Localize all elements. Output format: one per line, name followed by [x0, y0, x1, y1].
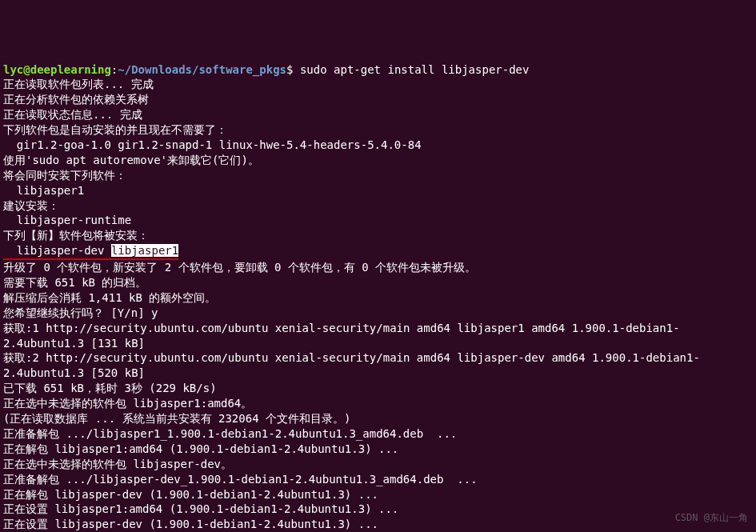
prompt-line: lyc@deeplearning:~/Downloads/software_pk… — [3, 62, 753, 78]
output-line: 正准备解包 .../libjasper1_1.900.1-debian1-2.4… — [3, 426, 753, 442]
output-line: 获取:1 http://security.ubuntu.com/ubuntu x… — [3, 321, 753, 351]
output-line: (正在读取数据库 ... 系统当前共安装有 232064 个文件和目录。) — [3, 411, 753, 426]
output-line: 正在设置 libjasper-dev (1.900.1-debian1-2.4u… — [3, 517, 753, 532]
command-text: sudo apt-get install libjasper-dev — [293, 63, 529, 76]
underlined-package: libjasper-dev libjasper1 — [3, 243, 178, 260]
output-line: 升级了 0 个软件包，新安装了 2 个软件包，要卸载 0 个软件包，有 0 个软… — [3, 260, 753, 275]
prompt-path: ~/Downloads/software_pkgs — [118, 63, 286, 76]
output-line: gir1.2-goa-1.0 gir1.2-snapd-1 linux-hwe-… — [3, 138, 753, 153]
prompt-user-host: lyc@deeplearning — [3, 63, 111, 76]
output-line: libjasper1 — [3, 183, 753, 198]
output-line: 正准备解包 .../libjasper-dev_1.900.1-debian1-… — [3, 472, 753, 487]
terminal-output[interactable]: lyc@deeplearning:~/Downloads/software_pk… — [3, 62, 753, 532]
package-dev: libjasper-dev — [3, 244, 111, 257]
output-line: 下列软件包是自动安装的并且现在不需要了： — [3, 122, 753, 138]
output-line: 已下载 651 kB，耗时 3秒 (229 kB/s) — [3, 381, 753, 396]
output-line: 正在读取软件包列表... 完成 — [3, 77, 753, 92]
output-line: 建议安装： — [3, 198, 753, 214]
output-line: 需要下载 651 kB 的归档。 — [3, 275, 753, 290]
output-line: 获取:2 http://security.ubuntu.com/ubuntu x… — [3, 350, 753, 381]
output-line: 解压缩后会消耗 1,411 kB 的额外空间。 — [3, 290, 753, 306]
output-line: 下列【新】软件包将被安装： — [3, 228, 753, 243]
output-line: 正在选中未选择的软件包 libjasper-dev。 — [3, 457, 753, 472]
highlighted-package: libjasper1 — [111, 244, 178, 257]
output-line: 您希望继续执行吗？ [Y/n] y — [3, 306, 753, 321]
output-line: 将会同时安装下列软件： — [3, 168, 753, 183]
output-line: 正在设置 libjasper1:amd64 (1.900.1-debian1-2… — [3, 502, 753, 517]
output-line: 正在解包 libjasper1:amd64 (1.900.1-debian1-2… — [3, 442, 753, 457]
output-line: libjasper-runtime — [3, 213, 753, 228]
output-line: 正在选中未选择的软件包 libjasper1:amd64。 — [3, 396, 753, 411]
output-line: 使用'sudo apt autoremove'来卸载它(它们)。 — [3, 153, 753, 168]
watermark: CSDN @东山一角 — [675, 511, 748, 524]
output-line: 正在解包 libjasper-dev (1.900.1-debian1-2.4u… — [3, 487, 753, 502]
output-line: libjasper-dev libjasper1 — [3, 243, 753, 260]
output-line: 正在分析软件包的依赖关系树 — [3, 92, 753, 107]
output-line: 正在读取状态信息... 完成 — [3, 107, 753, 122]
